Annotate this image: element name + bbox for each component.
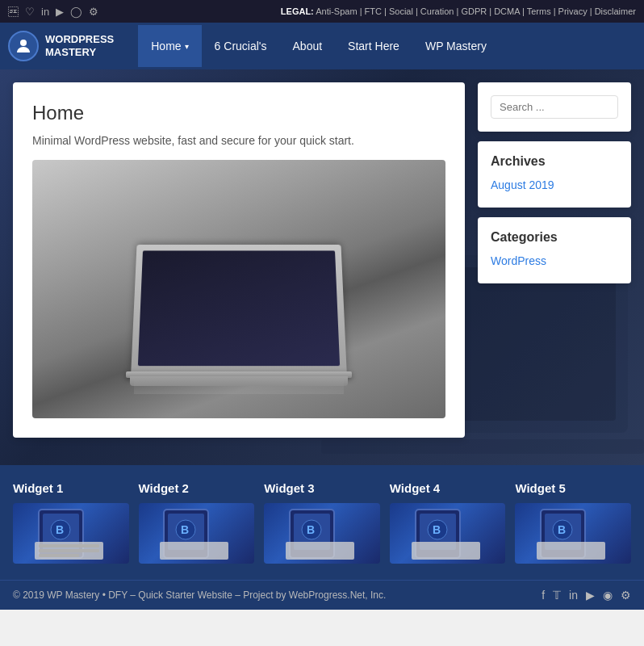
legal-links: Anti-Spam | FTC | Social | Curation | GD… (316, 6, 636, 16)
top-social-links:  ♡ in ▶ ◯ ⚙ (8, 6, 98, 18)
widget3-title: Widget 3 (264, 481, 380, 495)
twitter-icon[interactable]: ♡ (25, 6, 35, 18)
svg-text:B: B (307, 523, 315, 536)
widget4-image: B (390, 503, 506, 564)
widget1-deco: B (13, 503, 129, 564)
widget5-image: B (515, 503, 631, 564)
svg-text:B: B (56, 523, 64, 536)
widget1-image: B (13, 503, 129, 564)
widget1-title: Widget 1 (13, 481, 129, 495)
nav-about[interactable]: About (280, 25, 336, 67)
sidebar: Archives August 2019 Categories WordPres… (478, 82, 631, 438)
widget3-svg: B (286, 505, 358, 562)
laptop-lid (131, 245, 346, 373)
svg-text:B: B (433, 523, 441, 536)
nav-starthere[interactable]: Start Here (335, 25, 412, 67)
footer-youtube-icon[interactable]: ▶ (586, 589, 595, 602)
archives-link-august2019[interactable]: August 2019 (491, 178, 618, 191)
laptop-illustration (110, 249, 368, 394)
footer-twitter-icon[interactable]: 𝕋 (553, 589, 561, 602)
archives-title: Archives (491, 154, 618, 169)
article-title: Home (32, 102, 445, 124)
footer-widget-5: Widget 5 B (515, 481, 631, 564)
linkedin-icon[interactable]: in (41, 6, 49, 18)
footer-widget-1: Widget 1 B (13, 481, 129, 564)
nav-home[interactable]: Home ▾ (138, 25, 201, 67)
widget2-deco: B (139, 503, 255, 564)
search-widget (478, 82, 631, 132)
laptop-screen (138, 250, 340, 366)
legal-bar: LEGAL: Anti-Spam | FTC | Social | Curati… (281, 6, 636, 16)
widget4-svg: B (412, 505, 484, 562)
svg-text:B: B (558, 523, 566, 536)
laptop-reflection (134, 378, 344, 394)
logo-svg (14, 36, 33, 56)
widget1-svg: B (35, 505, 107, 562)
nav-bar: WORDPRESS MASTERY Home ▾ 6 Crucial's Abo… (0, 23, 644, 69)
main-content: Home Minimal WordPress website, fast and… (0, 69, 644, 451)
footer-widget-3: Widget 3 B (264, 481, 380, 564)
widget5-svg: B (537, 505, 609, 562)
archives-widget: Archives August 2019 (478, 141, 631, 208)
widget2-svg: B (160, 505, 232, 562)
nav-wpmastery[interactable]: WP Mastery (412, 25, 500, 67)
svg-rect-31 (537, 542, 605, 560)
footer-widgets: Widget 1 B Widget 2 (0, 465, 644, 580)
widget4-title: Widget 4 (390, 481, 506, 495)
logo-text: WORDPRESS MASTERY (45, 33, 114, 58)
article-image (32, 160, 445, 418)
categories-link-wordpress[interactable]: WordPress (491, 254, 618, 267)
article-box: Home Minimal WordPress website, fast and… (13, 82, 465, 438)
widget2-image: B (139, 503, 255, 564)
footer-settings-icon[interactable]: ⚙ (621, 589, 631, 602)
svg-rect-11 (39, 554, 79, 557)
article-subtitle: Minimal WordPress website, fast and secu… (32, 134, 445, 147)
svg-point-0 (20, 40, 27, 46)
widget3-image: B (264, 503, 380, 564)
content-bg: Home Minimal WordPress website, fast and… (0, 69, 644, 465)
widget4-deco: B (390, 503, 506, 564)
settings-icon[interactable]: ⚙ (89, 6, 98, 18)
instagram-icon[interactable]: ◯ (70, 6, 82, 18)
nav-menu: Home ▾ 6 Crucial's About Start Here WP M… (138, 25, 500, 67)
bottom-footer: © 2019 WP Mastery • DFY – Quick Starter … (0, 580, 644, 610)
footer-linkedin-icon[interactable]: in (569, 589, 578, 602)
footer-social-links: f 𝕋 in ▶ ◉ ⚙ (542, 589, 631, 602)
svg-rect-10 (39, 549, 99, 552)
legal-label: LEGAL: (281, 6, 314, 16)
footer-instagram-icon[interactable]: ◉ (603, 589, 613, 602)
site-logo[interactable]: WORDPRESS MASTERY (8, 31, 114, 61)
footer-widget-2: Widget 2 B (139, 481, 255, 564)
nav-6crucials[interactable]: 6 Crucial's (202, 25, 280, 67)
widget5-deco: B (515, 503, 631, 564)
copyright-text: © 2019 WP Mastery • DFY – Quick Starter … (13, 589, 386, 601)
svg-text:B: B (181, 523, 189, 536)
widget5-title: Widget 5 (515, 481, 631, 495)
svg-rect-21 (286, 542, 354, 560)
categories-widget: Categories WordPress (478, 217, 631, 283)
footer-facebook-icon[interactable]: f (542, 589, 545, 602)
svg-rect-9 (39, 544, 99, 547)
categories-title: Categories (491, 230, 618, 245)
youtube-icon[interactable]: ▶ (56, 6, 64, 18)
top-bar:  ♡ in ▶ ◯ ⚙ LEGAL: Anti-Spam | FTC | So… (0, 0, 644, 23)
facebook-icon[interactable]:  (8, 6, 19, 18)
search-input[interactable] (491, 95, 618, 119)
svg-rect-16 (160, 542, 228, 560)
widget2-title: Widget 2 (139, 481, 255, 495)
logo-icon (8, 31, 39, 61)
footer-widget-4: Widget 4 B (390, 481, 506, 564)
chevron-down-icon: ▾ (185, 42, 189, 51)
svg-rect-26 (412, 542, 480, 560)
widget3-deco: B (264, 503, 380, 564)
